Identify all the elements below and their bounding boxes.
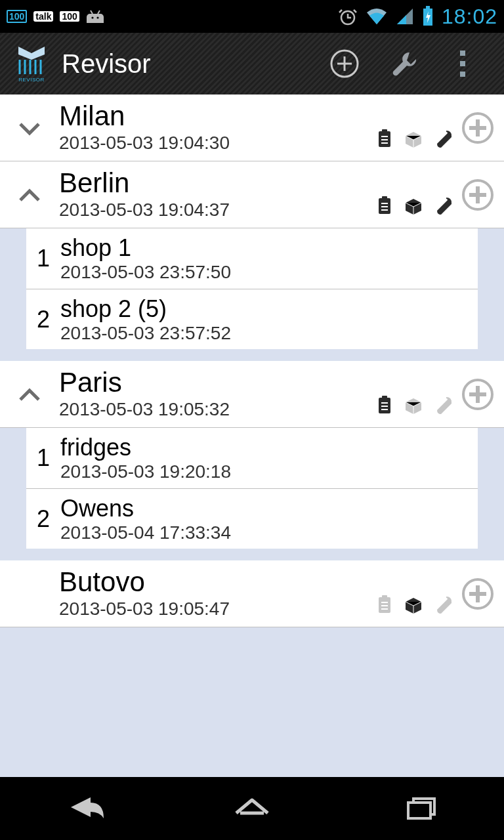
chevron-down-icon[interactable] bbox=[0, 114, 59, 142]
item-index: 1 bbox=[26, 245, 60, 272]
back-button[interactable] bbox=[58, 791, 110, 826]
item-index: 2 bbox=[26, 505, 60, 533]
action-bar: REVISOR Revisor bbox=[0, 33, 504, 94]
svg-rect-30 bbox=[382, 396, 387, 400]
chevron-up-icon[interactable] bbox=[0, 380, 59, 409]
battery-charging-icon bbox=[422, 6, 434, 27]
box-icon bbox=[403, 394, 424, 418]
clipboard-icon bbox=[374, 594, 395, 618]
group-timestamp: 2013-05-03 19:04:37 bbox=[59, 200, 374, 220]
status-100-filled-icon: 100 bbox=[60, 11, 79, 22]
item-index: 1 bbox=[26, 444, 60, 472]
chevron-up-icon[interactable] bbox=[0, 180, 59, 209]
status-talk-icon: talk bbox=[33, 11, 53, 22]
group-name: Milan bbox=[59, 102, 374, 131]
add-child-button[interactable] bbox=[458, 112, 504, 144]
clipboard-icon bbox=[374, 128, 395, 152]
scanner-icon bbox=[432, 128, 453, 152]
list-item[interactable]: 1fridges2013-05-03 19:20:18 bbox=[26, 428, 478, 488]
clipboard-icon bbox=[374, 195, 395, 219]
item-name: shop 2 (5) bbox=[60, 295, 471, 323]
group-name: Butovo bbox=[59, 568, 374, 597]
item-timestamp: 2013-05-03 23:57:52 bbox=[60, 323, 471, 344]
svg-point-1 bbox=[96, 16, 98, 18]
status-100-outline-icon: 100 bbox=[7, 10, 27, 23]
group-name: Paris bbox=[59, 368, 374, 397]
add-child-button[interactable] bbox=[458, 178, 504, 211]
svg-rect-4 bbox=[426, 6, 430, 9]
recent-apps-button[interactable] bbox=[394, 791, 446, 826]
item-name: Owens bbox=[60, 495, 471, 522]
group-timestamp: 2013-05-03 19:05:32 bbox=[59, 399, 374, 420]
add-button[interactable] bbox=[315, 33, 374, 94]
group-list[interactable]: Milan2013-05-03 19:04:30Berlin2013-05-03… bbox=[0, 94, 504, 777]
add-child-button[interactable] bbox=[458, 378, 504, 411]
group-timestamp: 2013-05-03 19:04:30 bbox=[59, 133, 374, 154]
box-icon bbox=[403, 128, 424, 152]
group-row[interactable]: Butovo2013-05-03 19:05:47 bbox=[0, 560, 504, 627]
alarm-icon bbox=[338, 7, 358, 26]
group-row[interactable]: Berlin2013-05-03 19:04:37 bbox=[0, 161, 504, 228]
list-item[interactable]: 1shop 12013-05-03 23:57:50 bbox=[26, 228, 478, 289]
android-icon bbox=[86, 9, 104, 24]
cell-signal-icon bbox=[396, 7, 414, 26]
group-timestamp: 2013-05-03 19:05:47 bbox=[59, 598, 374, 620]
group-row[interactable]: Milan2013-05-03 19:04:30 bbox=[0, 94, 504, 161]
home-button[interactable] bbox=[226, 791, 278, 826]
settings-wrench-button[interactable] bbox=[374, 33, 433, 94]
scanner-icon bbox=[432, 394, 453, 418]
group-name: Berlin bbox=[59, 169, 374, 198]
sub-list: 1fridges2013-05-03 19:20:182Owens2013-05… bbox=[0, 428, 504, 560]
svg-rect-38 bbox=[382, 595, 387, 599]
status-bar: 100 talk 100 18:02 bbox=[0, 0, 504, 33]
svg-rect-14 bbox=[382, 129, 387, 133]
app-icon: REVISOR bbox=[12, 44, 51, 83]
scanner-icon bbox=[432, 594, 453, 618]
item-timestamp: 2013-05-03 23:57:50 bbox=[60, 262, 471, 283]
wifi-icon bbox=[366, 7, 388, 26]
clipboard-icon bbox=[374, 394, 395, 418]
navigation-bar bbox=[0, 777, 504, 840]
list-item[interactable]: 2shop 2 (5)2013-05-03 23:57:52 bbox=[26, 289, 478, 349]
app-title: Revisor bbox=[62, 49, 151, 79]
item-name: shop 1 bbox=[60, 234, 471, 262]
item-name: fridges bbox=[60, 434, 471, 461]
list-item[interactable]: 2Owens2013-05-04 17:33:34 bbox=[26, 488, 478, 549]
box-icon bbox=[403, 195, 424, 219]
svg-rect-22 bbox=[382, 196, 387, 200]
overflow-menu-button[interactable] bbox=[433, 33, 492, 94]
group-row[interactable]: Paris2013-05-03 19:05:32 bbox=[0, 361, 504, 428]
svg-point-0 bbox=[91, 16, 93, 18]
sub-list: 1shop 12013-05-03 23:57:502shop 2 (5)201… bbox=[0, 228, 504, 361]
svg-rect-45 bbox=[408, 803, 430, 818]
add-child-button[interactable] bbox=[458, 578, 504, 610]
item-timestamp: 2013-05-04 17:33:34 bbox=[60, 522, 471, 543]
item-timestamp: 2013-05-03 19:20:18 bbox=[60, 461, 471, 482]
item-index: 2 bbox=[26, 306, 60, 333]
status-clock: 18:02 bbox=[442, 5, 497, 29]
scanner-icon bbox=[432, 195, 453, 219]
box-icon bbox=[403, 594, 424, 618]
